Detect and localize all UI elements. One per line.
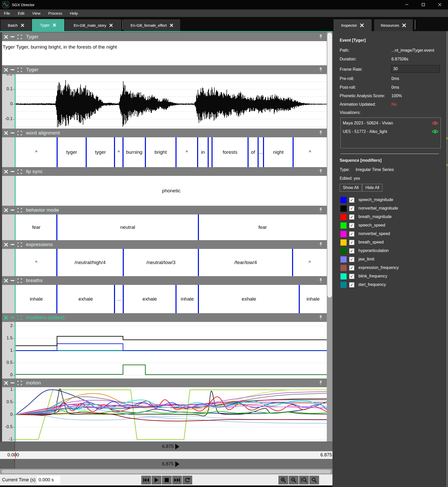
tab-close-icon[interactable]	[53, 23, 56, 27]
pin-icon[interactable]	[319, 315, 323, 320]
channel-checkbox[interactable]: ✓	[349, 265, 354, 270]
menu-item-process[interactable]: Process	[44, 10, 66, 17]
segment[interactable]: bright	[145, 137, 176, 167]
segment[interactable]: forests	[212, 137, 248, 167]
pin-icon[interactable]	[319, 130, 323, 136]
current-time-marker[interactable]	[15, 452, 16, 458]
panel-expand-icon[interactable]	[17, 208, 22, 212]
tab-resources[interactable]: Resources	[374, 19, 413, 31]
playhead-line[interactable]	[15, 137, 16, 167]
panel-expand-icon[interactable]	[17, 278, 22, 283]
zoom-in-button[interactable]	[278, 476, 288, 484]
segment[interactable]: night	[263, 137, 293, 167]
timeline-zoom-bar-top[interactable]: 6.875	[0, 441, 332, 451]
segment-boundary[interactable]	[114, 137, 115, 167]
panel-close-icon[interactable]	[4, 131, 8, 135]
channel-checkbox[interactable]: ✓	[349, 274, 354, 279]
segment-boundary[interactable]	[122, 137, 124, 167]
transcript-text[interactable]: Tyger Tyger, burning bright, in the fore…	[2, 41, 327, 50]
segment[interactable]: /neutral/low/3	[123, 249, 198, 276]
playhead-line[interactable]	[15, 176, 16, 206]
visualizer-item[interactable]: Maya 2023 - 50624 - Vivian	[341, 119, 441, 127]
channel-checkbox[interactable]: ✓	[349, 223, 354, 228]
tab-en-gb-male-story[interactable]: En-GB_male_story	[65, 19, 121, 31]
panel-minimize-icon[interactable]	[11, 244, 14, 245]
pin-icon[interactable]	[319, 67, 323, 72]
play-button[interactable]	[152, 476, 161, 484]
segment-boundary[interactable]	[123, 285, 124, 313]
panel-expand-icon[interactable]	[17, 242, 22, 247]
segment-boundary[interactable]	[197, 137, 198, 167]
playhead-line[interactable]	[15, 249, 16, 276]
segment[interactable]: burning	[123, 137, 145, 167]
panel-close-icon[interactable]	[4, 279, 8, 283]
segment-boundary[interactable]	[175, 285, 177, 313]
channel-checkbox[interactable]: ✓	[349, 240, 354, 245]
minimize-button[interactable]	[399, 0, 415, 9]
panel-close-icon[interactable]	[4, 35, 8, 39]
segment-boundary[interactable]	[86, 137, 87, 167]
panel-minimize-icon[interactable]	[11, 280, 14, 281]
panel-close-icon[interactable]	[4, 243, 8, 247]
segment-boundary[interactable]	[114, 285, 115, 313]
playhead-line[interactable]	[15, 74, 16, 129]
segment[interactable]: ^	[16, 249, 57, 276]
segment[interactable]: /neutral/high/4	[57, 249, 123, 276]
tab-close-icon[interactable]	[170, 23, 173, 27]
close-button[interactable]	[432, 0, 448, 9]
panel-minimize-icon[interactable]	[11, 36, 14, 38]
segment[interactable]: ^	[176, 137, 198, 167]
tab-close-icon[interactable]	[360, 23, 364, 27]
tab-en-gb-female-effort[interactable]: En-GB_female_effort	[124, 19, 180, 31]
menu-item-file[interactable]: File	[0, 10, 14, 17]
segment-boundary[interactable]	[145, 137, 146, 167]
visibility-eye-icon[interactable]	[432, 129, 438, 134]
segment[interactable]: ...	[258, 137, 263, 167]
segment[interactable]: inhale	[16, 285, 57, 313]
panel-minimize-icon[interactable]	[11, 171, 14, 172]
tab-close-icon[interactable]	[402, 23, 406, 27]
panel-expand-icon[interactable]	[17, 68, 22, 72]
pin-icon[interactable]	[319, 169, 323, 174]
menu-item-view[interactable]: View	[28, 10, 44, 17]
panel-expand-icon[interactable]	[17, 315, 22, 320]
playhead-line[interactable]	[15, 387, 16, 441]
panel-close-icon[interactable]	[4, 381, 8, 385]
segment[interactable]: ^	[293, 137, 327, 167]
panel-expand-icon[interactable]	[17, 35, 22, 39]
panel-expand-icon[interactable]	[17, 381, 22, 385]
visualizer-item[interactable]: UE5 - 51772 - Aiko_light	[341, 127, 441, 136]
segment-boundary[interactable]	[198, 214, 199, 240]
segment-boundary[interactable]	[123, 249, 124, 276]
scrollbar-thumb[interactable]	[327, 33, 332, 297]
playhead-line[interactable]	[15, 285, 16, 313]
tab-close-icon[interactable]	[21, 23, 24, 27]
channel-checkbox[interactable]: ✓	[349, 231, 354, 237]
panel-minimize-icon[interactable]	[11, 209, 14, 211]
segment[interactable]: in	[198, 137, 208, 167]
segment-boundary[interactable]	[293, 137, 294, 167]
show-all-button[interactable]: Show All	[340, 184, 362, 192]
main-vertical-scrollbar[interactable]	[327, 32, 332, 441]
segment[interactable]: exhale	[198, 285, 299, 313]
channel-checkbox[interactable]: ✓	[349, 197, 354, 203]
segment[interactable]: ...	[115, 285, 123, 313]
segment[interactable]: ^	[16, 137, 57, 167]
tab-batch[interactable]: Batch	[1, 19, 31, 31]
tab-close-icon[interactable]	[109, 23, 113, 27]
segment[interactable]: of	[248, 137, 258, 167]
playhead-line[interactable]	[15, 322, 16, 378]
segment-boundary[interactable]	[299, 285, 300, 313]
segment[interactable]: ^	[293, 249, 327, 276]
current-time-input[interactable]: 0.000 s	[37, 476, 60, 484]
segment-boundary[interactable]	[198, 249, 199, 276]
tab-tyger[interactable]: Tyger	[32, 19, 64, 31]
channel-checkbox[interactable]: ✓	[349, 248, 354, 254]
panel-expand-icon[interactable]	[17, 131, 22, 135]
panel-minimize-icon[interactable]	[11, 132, 14, 134]
segment-boundary[interactable]	[248, 137, 249, 167]
panel-minimize-icon[interactable]	[11, 382, 14, 384]
pin-icon[interactable]	[319, 208, 323, 213]
inspector-scrollbar[interactable]	[446, 31, 447, 487]
hide-all-button[interactable]: Hide All	[362, 184, 382, 192]
